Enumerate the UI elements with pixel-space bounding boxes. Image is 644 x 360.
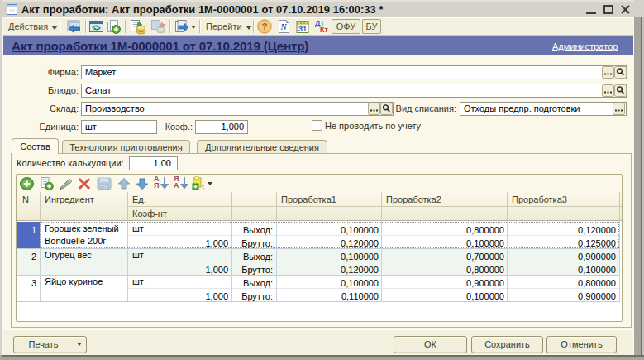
svg-text:31: 31 [298,24,308,33]
svg-text:t: t [203,183,205,190]
svg-text:?: ? [262,22,268,31]
svg-text:N: N [279,22,287,31]
svg-text:ПЗК: ПЗК [100,185,108,190]
